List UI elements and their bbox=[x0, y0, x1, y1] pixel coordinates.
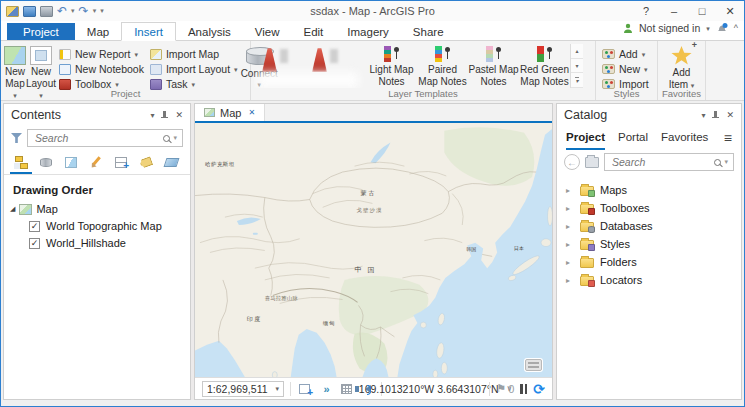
tab-imagery[interactable]: Imagery bbox=[335, 23, 401, 40]
pause-drawing-button[interactable] bbox=[520, 384, 527, 394]
minimize-button[interactable]: – bbox=[660, 1, 688, 21]
catalog-tab-favorites[interactable]: Favorites bbox=[661, 126, 708, 150]
maximize-button[interactable]: □ bbox=[688, 1, 716, 21]
help-button[interactable]: ? bbox=[632, 1, 660, 21]
star-plus-icon: + bbox=[692, 41, 697, 50]
list-by-labeling-button[interactable] bbox=[135, 152, 157, 174]
gallery-scroll-down-button[interactable]: ▾ bbox=[571, 59, 583, 74]
coordinates-display[interactable]: 169.1013210°W 3.6643107°N ∨ bbox=[388, 383, 483, 395]
close-view-icon[interactable]: ✕ bbox=[248, 108, 255, 117]
paired-map-notes-button[interactable]: Paired Map Notes bbox=[417, 44, 468, 89]
redacted-cone-icon bbox=[312, 48, 327, 72]
catalog-item-toolboxes[interactable]: ▸ Toolboxes bbox=[557, 199, 741, 217]
import-layout-button[interactable]: Import Layout ▾ bbox=[147, 62, 241, 76]
new-map-button[interactable]: New Map ▾ bbox=[4, 44, 26, 89]
customize-qat-icon[interactable]: ▾ bbox=[100, 7, 104, 15]
notifications-flag[interactable]: ⚑ 0 bbox=[496, 382, 514, 395]
undo-caret-icon[interactable]: ▾ bbox=[71, 7, 75, 15]
expand-icon[interactable]: ▸ bbox=[566, 276, 574, 285]
tab-analysis[interactable]: Analysis bbox=[176, 23, 243, 40]
home-folder-icon[interactable] bbox=[585, 157, 599, 168]
pastel-map-notes-button[interactable]: Pastel Map Notes bbox=[468, 44, 519, 89]
ribbon-tab-row: Project Map Insert Analysis View Edit Im… bbox=[1, 21, 744, 41]
expand-icon[interactable]: ▸ bbox=[566, 240, 574, 249]
red-green-map-notes-button[interactable]: Red Green Map Notes bbox=[519, 44, 570, 89]
import-map-button[interactable]: Import Map bbox=[147, 47, 241, 61]
styles-add-button[interactable]: Add ▾ bbox=[599, 47, 652, 61]
catalog-pin-icon[interactable] bbox=[712, 111, 719, 120]
collapse-node-icon[interactable]: ◢ bbox=[10, 205, 15, 213]
catalog-search-input[interactable] bbox=[610, 155, 714, 169]
layer-row-world-hillshade[interactable]: ✓ World_Hillshade bbox=[4, 235, 190, 252]
redo-icon[interactable]: ↷ bbox=[79, 5, 89, 17]
redo-caret-icon[interactable]: ▾ bbox=[93, 7, 97, 15]
scale-dropdown[interactable]: 1:62,969,511 ▾ bbox=[202, 381, 284, 397]
filter-icon[interactable] bbox=[11, 133, 22, 143]
expand-icon[interactable]: ▸ bbox=[566, 204, 574, 213]
gallery-expand-button[interactable]: ▾ bbox=[571, 73, 583, 88]
catalog-item-maps[interactable]: ▸ Maps bbox=[557, 181, 741, 199]
new-project-icon[interactable] bbox=[6, 6, 19, 17]
signin-area[interactable]: Not signed in ▾ ^ bbox=[623, 22, 738, 34]
search-icon[interactable] bbox=[714, 159, 721, 166]
new-bookmark-button[interactable] bbox=[297, 381, 312, 396]
hamburger-menu-icon[interactable]: ≡ bbox=[724, 130, 732, 146]
catalog-item-locators[interactable]: ▸ Locators bbox=[557, 271, 741, 289]
add-item-button[interactable]: + Add Item ▾ bbox=[661, 44, 702, 89]
layer-checkbox[interactable]: ✓ bbox=[29, 238, 40, 249]
grid-button[interactable] bbox=[339, 381, 354, 396]
light-map-notes-button[interactable]: Light Map Notes bbox=[366, 44, 417, 89]
gallery-scroll-up-button[interactable]: ▴ bbox=[571, 44, 583, 59]
map-view-tab[interactable]: Map ✕ bbox=[195, 104, 265, 121]
contents-close-icon[interactable]: ✕ bbox=[175, 110, 183, 120]
close-button[interactable]: ✕ bbox=[716, 1, 744, 21]
new-report-button[interactable]: New Report ▾ bbox=[56, 47, 147, 61]
search-caret-icon[interactable]: ▾ bbox=[724, 158, 728, 166]
catalog-close-icon[interactable]: ✕ bbox=[726, 110, 734, 120]
search-caret-icon[interactable]: ▾ bbox=[173, 134, 177, 142]
collapse-ribbon-icon[interactable]: ^ bbox=[734, 23, 738, 33]
layer-checkbox[interactable]: ✓ bbox=[29, 221, 40, 232]
tab-insert[interactable]: Insert bbox=[121, 22, 176, 41]
new-layout-button[interactable]: New Layout ▾ bbox=[26, 44, 56, 89]
catalog-item-folders[interactable]: ▸ Folders bbox=[557, 253, 741, 271]
expand-icon[interactable]: ▸ bbox=[566, 186, 574, 195]
tab-edit[interactable]: Edit bbox=[291, 23, 335, 40]
save-project-icon[interactable] bbox=[40, 6, 53, 17]
map-canvas[interactable]: 哈萨克斯坦 蒙古 戈壁沙漠 中 国 喜马拉雅山脉 印度 缅甸 韩国 日本 bbox=[195, 123, 552, 377]
open-project-icon[interactable] bbox=[23, 6, 36, 17]
refresh-icon[interactable]: ⟳ bbox=[533, 382, 545, 396]
search-icon[interactable] bbox=[163, 135, 170, 142]
selection-arrows-button[interactable]: » bbox=[318, 381, 333, 396]
list-by-snapping-button[interactable] bbox=[110, 152, 132, 174]
list-by-editing-button[interactable] bbox=[85, 152, 107, 174]
tab-map[interactable]: Map bbox=[75, 23, 121, 40]
list-by-drawing-order-button[interactable] bbox=[10, 152, 32, 174]
catalog-title: Catalog bbox=[564, 108, 607, 122]
list-by-perspective-button[interactable] bbox=[160, 152, 182, 174]
undo-icon[interactable]: ↶ bbox=[57, 5, 67, 17]
onscreen-keyboard-icon[interactable] bbox=[525, 359, 542, 371]
catalog-menu-icon[interactable]: ▾ bbox=[701, 111, 705, 120]
contents-search-input[interactable] bbox=[33, 131, 163, 145]
catalog-tab-project[interactable]: Project bbox=[566, 126, 605, 150]
expand-icon[interactable]: ▸ bbox=[566, 258, 574, 267]
layer-row-world-topographic[interactable]: ✓ World Topographic Map bbox=[4, 218, 190, 235]
catalog-item-styles[interactable]: ▸ Styles bbox=[557, 235, 741, 253]
list-by-data-source-button[interactable] bbox=[35, 152, 57, 174]
notifications-bell-icon[interactable] bbox=[716, 22, 728, 34]
catalog-tab-portal[interactable]: Portal bbox=[618, 126, 648, 150]
tab-view[interactable]: View bbox=[243, 23, 292, 40]
new-notebook-button[interactable]: New Notebook bbox=[56, 62, 147, 76]
expand-icon[interactable]: ▸ bbox=[566, 222, 574, 231]
styles-new-button[interactable]: New ▾ bbox=[599, 62, 652, 76]
catalog-item-databases[interactable]: ▸ Databases bbox=[557, 217, 741, 235]
map-tree-node[interactable]: ◢ Map bbox=[4, 201, 190, 218]
pencil-icon bbox=[90, 156, 102, 168]
list-by-selection-button[interactable] bbox=[60, 152, 82, 174]
contents-pin-icon[interactable] bbox=[161, 111, 168, 120]
tab-project[interactable]: Project bbox=[7, 23, 75, 40]
back-button[interactable]: ← bbox=[564, 154, 580, 170]
tab-share[interactable]: Share bbox=[401, 23, 456, 40]
contents-menu-icon[interactable]: ▾ bbox=[150, 111, 154, 120]
